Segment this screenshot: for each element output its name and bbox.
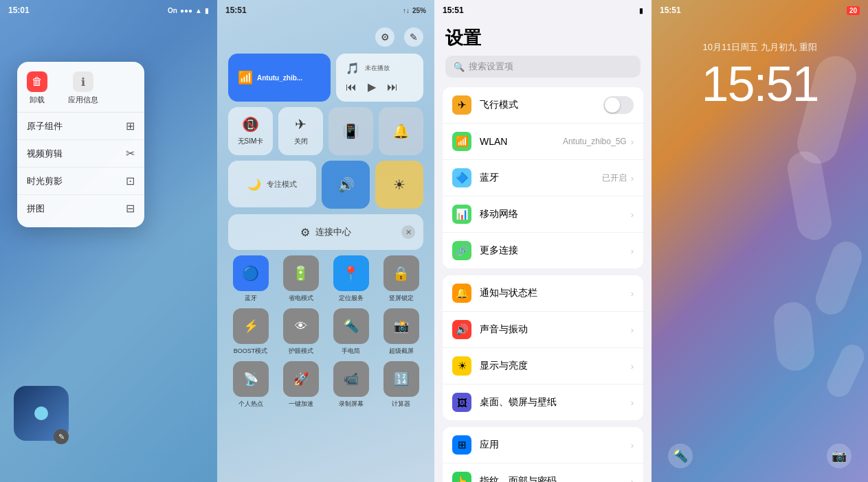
- speed-sym: 🚀: [293, 371, 309, 387]
- wallpaper-row[interactable]: 🖼 桌面、锁屏与壁纸 ›: [443, 385, 643, 420]
- atomic-components-item[interactable]: 原子组件 ⊞: [17, 113, 144, 140]
- mobile-data-content: 移动网络: [480, 208, 623, 220]
- panel-settings: 15:51 ▮ 设置 🔍 搜索设置项 ✈ 飞行模式 📶 WLAN: [434, 0, 652, 482]
- sound-label: 声音与振动: [480, 323, 623, 336]
- wallpaper-right: ›: [631, 398, 634, 408]
- no-sim-tile[interactable]: 📵 无SIM卡: [228, 107, 273, 155]
- hotspot-app[interactable]: 📡 个人热点: [228, 361, 273, 409]
- bluetooth-app[interactable]: 🔵 蓝牙: [228, 255, 273, 303]
- mobile-data-row[interactable]: 📊 移动网络 ›: [443, 196, 643, 233]
- airplane-icon: ✈: [295, 116, 307, 133]
- music-controls: ⏮ ▶ ⏭: [346, 80, 418, 93]
- lock-flashlight-button[interactable]: 🔦: [668, 444, 693, 468]
- cc-edit-icon[interactable]: ✎: [404, 27, 423, 47]
- apps-label: 应用: [480, 439, 623, 451]
- wlan-content: WLAN: [480, 136, 555, 147]
- location-app[interactable]: 📍 定位服务: [329, 255, 373, 303]
- cc-settings-icon[interactable]: ⚙: [375, 27, 394, 47]
- time-clip-item[interactable]: 时光剪影 ⊡: [17, 168, 144, 195]
- settings-title: 设置: [445, 26, 641, 50]
- lock-camera-button[interactable]: 📷: [827, 444, 852, 468]
- cc-header: ⚙ ✎: [228, 27, 423, 47]
- speed-app[interactable]: 🚀 一键加速: [278, 361, 323, 409]
- prev-button[interactable]: ⏮: [346, 81, 357, 93]
- bluetooth-label: 蓝牙: [480, 172, 594, 184]
- wlan-row[interactable]: 📶 WLAN Antutu_zhibo_5G ›: [443, 124, 643, 160]
- boost-app[interactable]: ⚡ BOOST模式: [228, 308, 273, 356]
- lock-date: 10月11日周五 九月初九 重阳: [652, 41, 868, 54]
- delete-button[interactable]: 🗑 卸载: [27, 71, 47, 105]
- notification-content: 通知与状态栏: [480, 287, 623, 299]
- apps-content: 应用: [480, 439, 623, 451]
- silent-tile[interactable]: 🔔: [379, 107, 423, 155]
- wlan-label: WLAN: [480, 136, 555, 147]
- search-icon: 🔍: [454, 62, 465, 72]
- status-bar-panel1: 15:01 On ●●● ▲ ▮: [0, 0, 217, 21]
- airplane-mode-toggle[interactable]: [603, 96, 634, 114]
- delete-icon: 🗑: [27, 71, 47, 92]
- mobile-data-label: 移动网络: [480, 208, 623, 220]
- play-button[interactable]: ▶: [368, 80, 376, 93]
- mobile-data-icon: 📊: [452, 205, 471, 224]
- airplane-mode-row[interactable]: ✈ 飞行模式: [443, 87, 643, 124]
- connect-center-tile[interactable]: ⚙ 连接中心 ✕: [228, 214, 423, 250]
- flashlight-app[interactable]: 🔦 手电筒: [329, 308, 373, 356]
- notification-icon: 🔔: [452, 284, 471, 303]
- sound-row[interactable]: 🔊 声音与振动 ›: [443, 312, 643, 348]
- deco-pill-3: [812, 238, 867, 319]
- settings-search-bar[interactable]: 🔍 搜索设置项: [445, 56, 641, 78]
- music-tile[interactable]: 🎵 未在播放 ⏮ ▶ ⏭: [336, 54, 423, 102]
- vibrate-tile[interactable]: 📳: [329, 107, 373, 155]
- boost-label: BOOST模式: [234, 347, 268, 356]
- status-time-2: 15:51: [225, 5, 247, 15]
- info-icon: ℹ: [73, 71, 93, 92]
- apps-row[interactable]: ⊞ 应用 ›: [443, 427, 643, 463]
- calculator-app[interactable]: 🔢 计算器: [379, 361, 423, 409]
- lockscreen-content: 10月11日周五 九月初九 重阳 15:51: [652, 41, 868, 108]
- more-connect-label: 更多连接: [480, 244, 623, 257]
- focus-mode-tile[interactable]: 🌙 专注模式: [228, 161, 316, 207]
- more-connections-row[interactable]: 🔗 更多连接 ›: [443, 233, 643, 268]
- record-app[interactable]: 📹 录制屏幕: [329, 361, 373, 409]
- battery-app[interactable]: 🔋 省电模式: [278, 255, 323, 303]
- apps-right: ›: [631, 440, 634, 450]
- wifi-tile[interactable]: 📶 Antutu_zhib...: [228, 54, 331, 102]
- display-row[interactable]: ☀ 显示与亮度 ›: [443, 348, 643, 385]
- notification-row[interactable]: 🔔 通知与状态栏 ›: [443, 275, 643, 312]
- app-info-button[interactable]: ℹ 应用信息: [68, 71, 98, 105]
- wlan-icon: 📶: [452, 132, 471, 151]
- airplane-tile[interactable]: ✈ 关闭: [278, 107, 323, 155]
- context-menu: 🗑 卸载 ℹ 应用信息 原子组件 ⊞ 视频剪辑 ✂ 时光剪影 ⊡ 拼图 ⊟: [17, 62, 144, 227]
- sound-right: ›: [631, 325, 634, 335]
- video-edit-item[interactable]: 视频剪辑 ✂: [17, 140, 144, 168]
- screen-lock-app[interactable]: 🔒 竖屏锁定: [379, 255, 423, 303]
- silent-icon: 🔔: [392, 123, 410, 139]
- cc-apps-grid-2: 📡 个人热点 🚀 一键加速 📹 录制屏幕 🔢 计算器: [228, 361, 423, 409]
- boost-icon: ⚡: [233, 308, 269, 344]
- brightness-icon: ☀: [393, 176, 405, 193]
- connect-close-button[interactable]: ✕: [401, 225, 415, 239]
- control-center-container: ⚙ ✎ 📶 Antutu_zhib... 🎵: [228, 27, 423, 468]
- no-sim-label: 无SIM卡: [238, 137, 264, 146]
- battery-4: 20: [847, 6, 860, 15]
- volume-tile[interactable]: 🔊: [322, 161, 370, 209]
- biometric-row[interactable]: 👆 指纹、面部与密码 ›: [443, 463, 643, 482]
- cc-row-top: 📶 Antutu_zhib... 🎵 未在播放 ⏮ ▶: [228, 54, 423, 102]
- sound-content: 声音与振动: [480, 323, 623, 336]
- hotspot-icon: 📡: [233, 361, 269, 397]
- eye-protect-app[interactable]: 👁 护眼模式: [278, 308, 323, 356]
- next-button[interactable]: ⏭: [387, 81, 398, 93]
- puzzle-item[interactable]: 拼图 ⊟: [17, 195, 144, 222]
- screenshot-icon: 📸: [383, 308, 419, 344]
- screenshot-app[interactable]: 📸 超级截屏: [379, 308, 423, 356]
- flashlight-app-label: 手电筒: [342, 347, 360, 356]
- brightness-tile[interactable]: ☀: [375, 161, 423, 209]
- status-time-4: 15:51: [660, 5, 681, 15]
- more-connect-icon: 🔗: [452, 241, 471, 260]
- display-label: 显示与亮度: [480, 360, 623, 372]
- bluetooth-row[interactable]: 🔷 蓝牙 已开启 ›: [443, 160, 643, 196]
- lock-flashlight-icon: 🔦: [673, 448, 688, 463]
- airplane-mode-icon: ✈: [452, 95, 471, 115]
- display-chevron: ›: [631, 361, 634, 371]
- wallpaper-content: 桌面、锁屏与壁纸: [480, 396, 623, 409]
